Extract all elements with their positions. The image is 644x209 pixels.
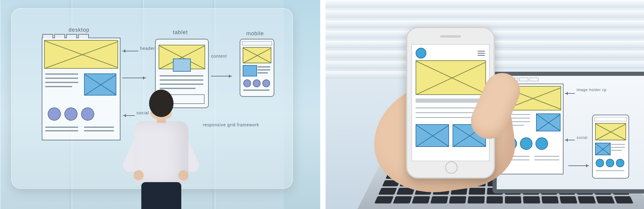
hero-image-placeholder xyxy=(416,60,486,95)
arrow-icon xyxy=(211,76,232,76)
arrow-icon xyxy=(122,51,138,51)
annotation-content: content xyxy=(211,54,227,59)
wireframe-mobile xyxy=(240,39,274,97)
arrow-icon xyxy=(565,93,575,94)
wireframe-desktop xyxy=(42,38,120,140)
social-icon-placeholder xyxy=(81,107,94,121)
social-icon-placeholder xyxy=(48,107,61,121)
image-pair: desktop xyxy=(0,0,644,209)
label-tablet: tablet xyxy=(173,29,188,36)
left-photo: desktop xyxy=(0,0,320,209)
label-mobile: mobile xyxy=(246,30,264,37)
annotation-top: image holder cp xyxy=(577,88,606,92)
right-photo: image holder cp social xyxy=(326,0,644,209)
hero-image-placeholder xyxy=(44,40,118,69)
social-icon-placeholder xyxy=(64,107,78,121)
footer-note: responsive grid framework xyxy=(203,122,259,127)
arrow-icon xyxy=(122,78,146,78)
thumbnail-placeholder xyxy=(416,124,449,147)
hand-holding-phone xyxy=(338,27,552,194)
secondary-image-placeholder xyxy=(84,73,116,96)
person-figure xyxy=(128,90,194,209)
menu-icon xyxy=(478,50,485,57)
arrow-icon xyxy=(565,140,575,140)
arrow-icon xyxy=(568,165,589,166)
logo-dot xyxy=(416,48,426,59)
home-button-icon xyxy=(445,161,458,174)
annotation-mid: social xyxy=(577,136,588,140)
label-desktop: desktop xyxy=(69,27,89,33)
